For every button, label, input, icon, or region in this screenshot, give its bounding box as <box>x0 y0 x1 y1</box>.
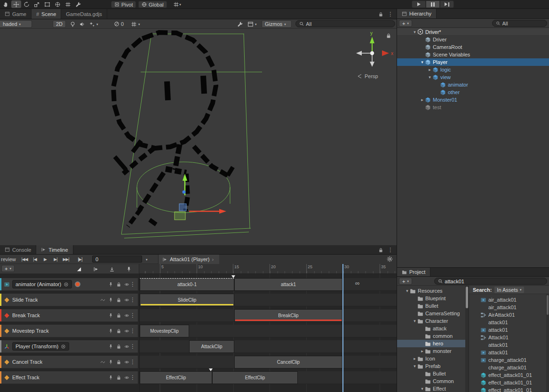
folder-character[interactable]: ▾Character <box>397 317 465 325</box>
track-menu-kebab[interactable]: ⋮ <box>130 359 135 365</box>
clip-slideclip[interactable]: SlideClip <box>140 294 234 306</box>
go-to-start-button[interactable]: |◀◀ <box>20 256 29 263</box>
play-range-button[interactable]: [▶] <box>74 256 86 263</box>
pin-icon[interactable] <box>108 282 113 287</box>
lock-icon[interactable] <box>116 375 121 380</box>
timeline-clip-area[interactable]: attack0-1 attack1 ∞ SlideClip BreakClip … <box>139 274 397 392</box>
result-item[interactable]: attack01 <box>469 319 549 326</box>
scene-audio-button[interactable] <box>78 20 86 28</box>
track-menu-kebab[interactable]: ⋮ <box>130 281 135 288</box>
expand-arrow[interactable]: ▾ <box>412 319 417 323</box>
transform-binding-field[interactable]: Player (Transform) <box>12 342 69 351</box>
track-menu-kebab[interactable]: ⋮ <box>130 312 135 319</box>
folder-prefab-bullet[interactable]: Bullet <box>397 370 465 377</box>
clip-attack1[interactable]: attack1 <box>234 278 342 291</box>
clip-edit-mode-toggle[interactable] <box>92 265 100 273</box>
preview-toggle[interactable]: review <box>1 256 16 262</box>
play-button[interactable] <box>412 0 426 8</box>
viewport-axis-lock-icon[interactable] <box>386 33 391 39</box>
lock-icon[interactable] <box>116 344 121 349</box>
tab-console[interactable]: Console <box>0 245 36 254</box>
clip-marker[interactable] <box>209 368 213 371</box>
folder-camerasetting[interactable]: CameraSetting <box>397 310 465 317</box>
timeline-settings-gear[interactable] <box>387 256 393 262</box>
hierarchy-item-view[interactable]: ▾ view <box>397 73 549 81</box>
panel-menu-kebab[interactable]: ⋮ <box>388 11 393 17</box>
next-frame-button[interactable]: ▶| <box>51 256 60 263</box>
hierarchy-search-input[interactable] <box>502 21 543 26</box>
eye-icon[interactable] <box>124 297 129 303</box>
hierarchy-search-field[interactable] <box>492 20 547 27</box>
tab-scene[interactable]: # Scene <box>32 9 61 19</box>
folder-bullet[interactable]: Bullet <box>397 302 465 310</box>
result-item[interactable]: effect_attack01_01 <box>469 371 549 379</box>
2d-toggle-button[interactable]: 2D <box>53 20 66 28</box>
track-header-animator[interactable]: animator (Animator) ⋮ <box>0 278 138 291</box>
folder-resources[interactable]: ▾Resources <box>397 287 465 295</box>
eye-icon[interactable] <box>124 344 129 349</box>
scene-tools-button[interactable] <box>236 20 244 28</box>
rotate-tool-button[interactable] <box>22 0 32 8</box>
clip-effectclip-1[interactable]: EffectClip <box>140 371 212 384</box>
timeline-ruler[interactable]: 5 10 15 20 25 30 35 <box>139 264 397 274</box>
result-item[interactable]: attack01 <box>469 349 549 356</box>
result-item[interactable]: attack01 <box>469 326 549 334</box>
clip-marker[interactable] <box>231 275 235 278</box>
expand-arrow[interactable]: ▸ <box>427 67 432 72</box>
panel-menu-kebab[interactable]: ⋮ <box>388 247 393 253</box>
insert-mode-toggle[interactable] <box>108 265 116 273</box>
object-picker-icon[interactable] <box>61 344 66 349</box>
pin-icon[interactable] <box>108 344 113 349</box>
result-item[interactable]: charge_attack01 <box>469 356 549 364</box>
clip-attackclip[interactable]: AttackClip <box>189 340 234 353</box>
lock-icon[interactable] <box>378 248 383 253</box>
hierarchy-item-scene-variables[interactable]: Scene Variables <box>397 51 549 58</box>
result-item[interactable]: attack01 <box>469 341 549 349</box>
project-add-button[interactable]: +▾ <box>399 278 412 285</box>
hierarchy-item-scene-driver[interactable]: ▾ Driver* <box>397 28 549 36</box>
scene-camera-dropdown[interactable]: ▾ <box>247 20 258 28</box>
expand-arrow[interactable]: ▾ <box>427 75 432 80</box>
tab-timeline[interactable]: Timeline <box>36 245 73 254</box>
scene-effects-dropdown[interactable]: ▾ <box>88 20 99 28</box>
animator-binding-field[interactable]: animator (Animator) <box>12 280 72 288</box>
pin-icon[interactable] <box>108 313 113 318</box>
rect-tool-button[interactable] <box>42 0 52 8</box>
move-tool-button[interactable] <box>11 0 21 8</box>
project-search-input[interactable] <box>445 279 543 284</box>
track-header-movestep[interactable]: Movestep Track ⋮ <box>0 325 138 337</box>
frame-unit-dropdown[interactable]: ▾ <box>146 258 148 261</box>
expand-arrow[interactable]: ▾ <box>405 288 410 293</box>
curves-view-toggle[interactable] <box>75 265 83 273</box>
tab-gamedata[interactable]: GameData.gdjs <box>61 9 107 19</box>
clip-breakclip[interactable]: BreakClip <box>234 309 342 322</box>
result-item[interactable]: effect_attack01_01 <box>469 379 549 386</box>
folder-scrollbar[interactable] <box>465 286 469 392</box>
eye-icon[interactable] <box>124 313 129 318</box>
folder-monster[interactable]: ▸monster <box>397 347 465 355</box>
result-item[interactable]: air_attack01 <box>469 304 549 311</box>
timeline-play-button[interactable]: ▶ <box>40 256 50 263</box>
eye-icon[interactable] <box>124 360 129 365</box>
gizmo-center-dot[interactable] <box>183 191 186 194</box>
folder-common[interactable]: common <box>397 332 465 340</box>
scene-visibility-toggle[interactable]: 0 <box>113 20 125 28</box>
curves-icon[interactable] <box>100 297 105 303</box>
folder-prefab[interactable]: ▾Prefab <box>397 362 465 370</box>
tab-hierarchy[interactable]: Hierarchy <box>397 9 437 18</box>
scale-tool-button[interactable] <box>32 0 42 8</box>
pin-icon[interactable] <box>108 328 113 334</box>
hierarchy-item-monster01[interactable]: ▸ Monster01 <box>397 96 549 104</box>
project-search-field[interactable] <box>434 278 547 285</box>
clip-movestepclip[interactable]: MovestepClip <box>140 325 189 337</box>
record-button[interactable] <box>75 281 80 287</box>
expand-arrow[interactable]: ▸ <box>412 356 417 361</box>
eye-icon[interactable] <box>124 282 129 287</box>
gizmo-plane-handle[interactable] <box>175 212 185 220</box>
timeline-playhead[interactable] <box>342 264 343 392</box>
clip-cancelclip[interactable]: CancelClip <box>234 356 342 368</box>
track-header-player-transform[interactable]: Player (Transform) ⋮ <box>0 340 138 353</box>
transform-tool-button[interactable] <box>53 0 63 8</box>
expand-arrow[interactable]: ▾ <box>412 30 417 34</box>
track-header-cancel[interactable]: Cancel Track ⋮ <box>0 356 138 368</box>
